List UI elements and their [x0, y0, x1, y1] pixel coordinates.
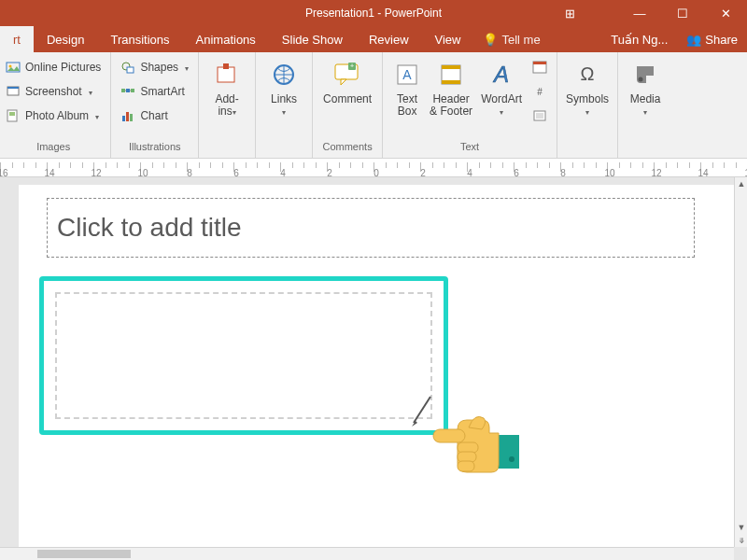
svg-text:A: A	[492, 62, 509, 87]
symbols-icon: Ω	[572, 60, 602, 90]
horizontal-scrollbar[interactable]	[0, 547, 734, 560]
tab-slide-show[interactable]: Slide Show	[269, 26, 356, 52]
ribbon-display-options[interactable]: ⊞	[565, 7, 575, 21]
svg-point-37	[509, 456, 514, 462]
window-title: Presentation1 - PowerPoint	[305, 7, 442, 20]
svg-rect-40	[458, 452, 476, 462]
svg-text:#: #	[537, 87, 543, 97]
symbols-button[interactable]: Ω Symbols	[563, 56, 612, 141]
close-button[interactable]: ✕	[704, 0, 747, 26]
object-button[interactable]	[529, 105, 551, 127]
screenshot-button[interactable]: Screenshot	[2, 80, 105, 103]
svg-rect-10	[131, 89, 134, 92]
tab-animations[interactable]: Animations	[183, 26, 269, 52]
pointing-hand-icon	[430, 392, 532, 485]
group-label-text: Text	[388, 141, 551, 158]
next-slide-button[interactable]: ⤋	[735, 534, 747, 547]
svg-rect-8	[121, 89, 125, 92]
horizontal-ruler: 1614121086420246810121416	[0, 159, 747, 177]
media-icon	[630, 60, 660, 90]
photo-album-button[interactable]: Photo Album	[2, 105, 105, 127]
photo-album-icon	[6, 108, 21, 123]
header-footer-button[interactable]: Header& Footer	[426, 56, 476, 141]
svg-rect-7	[127, 67, 134, 73]
svg-rect-30	[536, 113, 543, 119]
ribbon-tabs: rt Design Transitions Animations Slide S…	[0, 26, 747, 52]
date-time-icon	[532, 60, 547, 75]
comment-button[interactable]: + Comment	[318, 56, 376, 141]
tab-transitions[interactable]: Transitions	[97, 26, 182, 52]
addins-button[interactable]: Add-ins	[204, 56, 249, 141]
scroll-thumb[interactable]	[37, 550, 131, 558]
tab-insert[interactable]: rt	[0, 26, 34, 52]
wordart-button[interactable]: A WordArt	[476, 56, 527, 141]
lightbulb-icon: 💡	[483, 33, 498, 47]
object-icon	[532, 108, 547, 123]
maximize-button[interactable]: ☐	[661, 0, 704, 26]
minimize-button[interactable]: —	[618, 0, 661, 26]
group-label-comments: Comments	[318, 141, 376, 158]
svg-text:+: +	[350, 63, 354, 69]
svg-rect-39	[458, 442, 478, 453]
scroll-up-button[interactable]: ▲	[735, 177, 747, 190]
scroll-down-button[interactable]: ▼	[735, 521, 747, 534]
share-icon: 👥	[686, 33, 701, 47]
title-bar: Presentation1 - PowerPoint ⊞ — ☐ ✕	[0, 0, 747, 26]
tell-me[interactable]: 💡 Tell me	[473, 26, 549, 52]
chart-button[interactable]: Chart	[117, 105, 192, 127]
svg-text:A: A	[402, 67, 412, 82]
slide-number-button[interactable]: #	[529, 80, 551, 103]
svg-point-32	[639, 77, 643, 82]
account-user[interactable]: Tuấn Ng...	[601, 26, 677, 52]
date-time-button[interactable]	[529, 56, 551, 78]
comment-icon: +	[332, 60, 362, 90]
svg-text:Ω: Ω	[581, 63, 595, 84]
chart-icon	[120, 108, 135, 123]
media-button[interactable]: Media	[624, 56, 667, 141]
screenshot-icon	[6, 84, 21, 99]
online-pictures-button[interactable]: Online Pictures	[2, 56, 105, 78]
shapes-icon	[120, 60, 135, 75]
svg-rect-14	[218, 67, 234, 82]
slide-number-icon: #	[532, 84, 547, 99]
slide[interactable]: Click to add title	[19, 185, 747, 547]
svg-rect-27	[533, 62, 546, 64]
group-label-images: Images	[2, 141, 105, 158]
svg-rect-3	[7, 87, 19, 89]
links-icon	[269, 60, 299, 90]
svg-rect-12	[126, 112, 129, 121]
tab-view[interactable]: View	[422, 26, 474, 52]
tab-design[interactable]: Design	[34, 26, 97, 52]
selected-text-box[interactable]	[39, 276, 448, 435]
group-label-illustrations: Illustrations	[117, 141, 192, 158]
wordart-icon: A	[486, 60, 516, 90]
svg-line-33	[414, 397, 430, 423]
svg-rect-36	[519, 435, 527, 469]
online-pictures-icon	[6, 60, 21, 75]
slide-pane[interactable]: Click to add title	[0, 177, 747, 547]
tab-review[interactable]: Review	[356, 26, 422, 52]
smartart-icon	[120, 84, 135, 99]
svg-rect-41	[458, 461, 474, 471]
svg-rect-5	[9, 112, 15, 116]
links-button[interactable]: Links	[261, 56, 306, 141]
title-placeholder[interactable]: Click to add title	[47, 198, 695, 258]
shapes-button[interactable]: Shapes	[117, 56, 192, 78]
svg-rect-38	[433, 429, 465, 442]
smartart-button[interactable]: SmartArt	[117, 80, 192, 103]
header-footer-icon	[436, 60, 466, 90]
text-box-icon: A	[392, 60, 422, 90]
ribbon: Online Pictures Screenshot Photo Album I…	[0, 52, 747, 159]
addins-icon	[212, 60, 242, 90]
vertical-scrollbar[interactable]: ▲ ▼ ⤋	[734, 177, 747, 547]
text-box-button[interactable]: A TextBox	[388, 56, 426, 141]
svg-rect-9	[126, 89, 130, 92]
svg-rect-24	[442, 80, 460, 84]
share-button[interactable]: 👥 Share	[677, 26, 747, 52]
svg-rect-11	[122, 116, 125, 121]
svg-rect-23	[442, 65, 460, 69]
svg-rect-15	[223, 63, 229, 69]
svg-rect-13	[130, 114, 133, 121]
text-box-inner[interactable]	[55, 292, 432, 419]
